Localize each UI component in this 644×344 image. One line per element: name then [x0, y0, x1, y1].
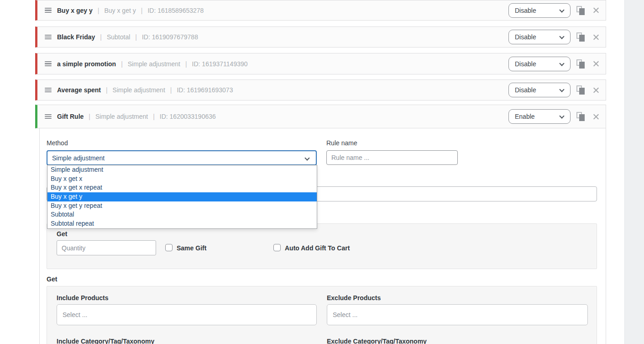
get-products-box: Include Products Exclude Products Includ… [47, 286, 597, 344]
rule-title: Buy x gey y [57, 7, 93, 14]
status-select-value: Disable [515, 60, 536, 68]
separator: | [141, 7, 143, 14]
rule-row: Black Friday | Subtotal | ID: 1619097679… [35, 26, 606, 48]
separator: | [121, 60, 123, 68]
dropdown-option[interactable]: Subtotal [47, 210, 317, 219]
drag-handle-icon[interactable] [45, 8, 52, 13]
close-icon[interactable] [592, 87, 599, 94]
drag-handle-icon[interactable] [45, 35, 52, 40]
auto-add-gift-label: Auto Add Gift To Cart [285, 244, 350, 252]
exclude-products-input[interactable] [327, 304, 588, 325]
rule-method: Subtotal [107, 33, 130, 41]
status-select[interactable]: Disable [508, 30, 571, 44]
rule-method: Simple adjustment [128, 60, 180, 68]
close-icon[interactable] [592, 7, 599, 14]
rule-row: a simple promotion | Simple adjustment |… [35, 53, 606, 74]
drag-handle-icon[interactable] [45, 114, 52, 119]
status-select-value: Disable [515, 86, 536, 94]
gift-section-title: Get [57, 230, 67, 238]
include-products-label: Include Products [57, 294, 109, 302]
method-select[interactable]: Simple adjustment [47, 150, 317, 165]
method-label: Method [47, 139, 68, 147]
duplicate-icon[interactable] [576, 59, 585, 69]
separator: | [98, 7, 99, 14]
status-select[interactable]: Enable [508, 109, 571, 124]
include-taxonomy-label: Include Category/Tag/Taxonomy [57, 338, 154, 344]
separator: | [185, 60, 187, 68]
separator: | [89, 113, 90, 120]
status-select[interactable]: Disable [508, 57, 571, 71]
method-dropdown-list: Simple adjustment Buy x get x Buy x get … [47, 165, 317, 229]
rule-id: ID: 1620033190636 [160, 113, 216, 120]
chevron-down-icon [559, 7, 564, 12]
exclude-taxonomy-label: Exclude Category/Tag/Taxonomy [327, 338, 427, 344]
scrollbar-track[interactable] [624, 0, 644, 344]
quantity-input[interactable] [57, 240, 156, 255]
status-select-value: Disable [515, 33, 536, 41]
separator: | [170, 86, 172, 94]
same-gift-checkbox[interactable] [165, 244, 173, 251]
rule-title: a simple promotion [57, 60, 116, 68]
status-select[interactable]: Disable [508, 83, 571, 97]
rule-name-input[interactable] [326, 150, 458, 165]
status-select-value: Enable [515, 113, 535, 120]
rule-id: ID: 1619097679788 [142, 33, 198, 41]
dropdown-option[interactable]: Buy x get x repeat [47, 183, 317, 192]
rule-id: ID: 1618589653278 [147, 7, 204, 14]
include-products-input[interactable] [57, 304, 317, 325]
chevron-down-icon [559, 34, 564, 39]
drag-handle-icon[interactable] [45, 88, 52, 93]
close-icon[interactable] [592, 34, 599, 41]
separator: | [100, 33, 102, 41]
duplicate-icon[interactable] [576, 85, 585, 95]
drag-handle-icon[interactable] [45, 61, 52, 66]
duplicate-icon[interactable] [576, 112, 585, 121]
rule-editor-panel: Method Simple adjustment Rule name Simpl… [39, 128, 606, 344]
rule-row: Average spent | Simple adjustment | ID: … [35, 79, 606, 101]
chevron-down-icon [559, 113, 564, 118]
chevron-down-icon [559, 61, 564, 66]
rule-method: Simple adjustment [113, 86, 165, 94]
rule-row: Buy x gey y | Buy x get y | ID: 16185896… [35, 0, 606, 21]
close-icon[interactable] [592, 113, 599, 120]
dropdown-option[interactable]: Subtotal repeat [47, 219, 317, 228]
get-section-title: Get [47, 275, 57, 283]
rule-title: Black Friday [57, 33, 95, 41]
method-select-value: Simple adjustment [52, 154, 105, 162]
rule-id: ID: 1619691693073 [177, 86, 233, 94]
gift-settings-box: Get Same Gift Auto Add Gift To Cart [47, 223, 597, 269]
dropdown-option[interactable]: Buy x get y repeat [47, 201, 317, 211]
rule-id: ID: 1619371149390 [192, 60, 248, 68]
rule-method: Simple adjustment [95, 113, 148, 120]
separator: | [135, 33, 137, 41]
rule-method: Buy x get y [104, 7, 136, 14]
status-select[interactable]: Disable [508, 3, 571, 18]
same-gift-label: Same Gift [177, 244, 206, 252]
chevron-down-icon [304, 155, 309, 160]
exclude-products-label: Exclude Products [327, 294, 381, 302]
rule-title: Gift Rule [57, 113, 84, 120]
dropdown-option[interactable]: Buy x get x [47, 175, 317, 184]
chevron-down-icon [559, 87, 564, 92]
auto-add-gift-checkbox[interactable] [273, 244, 281, 251]
rule-title: Average spent [57, 86, 101, 94]
close-icon[interactable] [592, 60, 599, 67]
separator: | [153, 113, 155, 120]
rule-name-label: Rule name [326, 139, 357, 147]
duplicate-icon[interactable] [576, 32, 585, 42]
separator: | [106, 86, 108, 94]
rule-row-expanded-header: Gift Rule | Simple adjustment | ID: 1620… [35, 105, 606, 128]
duplicate-icon[interactable] [576, 6, 585, 15]
dropdown-option[interactable]: Simple adjustment [47, 165, 317, 175]
dropdown-option[interactable]: Buy x get y [47, 192, 317, 201]
status-select-value: Disable [515, 7, 536, 14]
